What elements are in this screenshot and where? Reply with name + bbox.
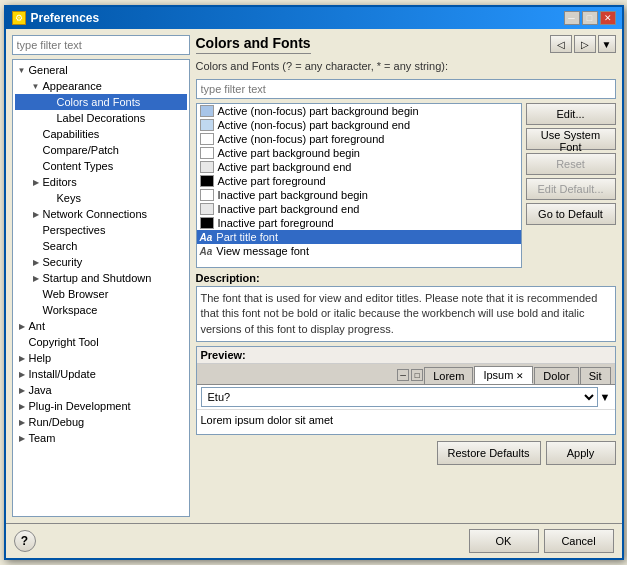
tree-expand-icon-content-types xyxy=(29,159,43,173)
tree-label-install-update: Install/Update xyxy=(29,368,96,380)
preview-tab-ipsum[interactable]: Ipsum✕ xyxy=(474,366,533,384)
tree-expand-icon-java: ▶ xyxy=(15,383,29,397)
tree-item-help[interactable]: ▶Help xyxy=(15,350,187,366)
edit-button[interactable]: Edit... xyxy=(526,103,616,125)
tree-item-plugin-development[interactable]: ▶Plug-in Development xyxy=(15,398,187,414)
preview-tab-dolor[interactable]: Dolor xyxy=(534,367,578,384)
color-item-2[interactable]: Active (non-focus) part foreground xyxy=(197,132,521,146)
tree-expand-icon-capabilities xyxy=(29,127,43,141)
preview-minimize-buttons: ─ □ xyxy=(397,369,423,381)
tree-item-java[interactable]: ▶Java xyxy=(15,382,187,398)
color-item-6[interactable]: Inactive part background begin xyxy=(197,188,521,202)
preview-tab-lorem[interactable]: Lorem xyxy=(424,367,473,384)
tree-label-appearance: Appearance xyxy=(43,80,102,92)
color-swatch-3 xyxy=(200,147,214,159)
tree-item-security[interactable]: ▶Security xyxy=(15,254,187,270)
use-system-font-button[interactable]: Use System Font xyxy=(526,128,616,150)
tree-expand-icon-help: ▶ xyxy=(15,351,29,365)
reset-button[interactable]: Reset xyxy=(526,153,616,175)
tree-expand-icon-general: ▼ xyxy=(15,63,29,77)
tree-item-ant[interactable]: ▶Ant xyxy=(15,318,187,334)
preview-tab-sit[interactable]: Sit xyxy=(580,367,611,384)
tree-expand-icon-perspectives xyxy=(29,223,43,237)
tree-label-startup-and-shutdown: Startup and Shutdown xyxy=(43,272,152,284)
tree-item-colors-and-fonts[interactable]: Colors and Fonts xyxy=(15,94,187,110)
preview-dropdown[interactable]: Etu? xyxy=(201,387,598,407)
tree-expand-icon-workspace xyxy=(29,303,43,317)
tree-item-team[interactable]: ▶Team xyxy=(15,430,187,446)
tree-item-capabilities[interactable]: Capabilities xyxy=(15,126,187,142)
tree-label-search: Search xyxy=(43,240,78,252)
tree-label-run-debug: Run/Debug xyxy=(29,416,85,428)
forward-button[interactable]: ▷ xyxy=(574,35,596,53)
tree-label-perspectives: Perspectives xyxy=(43,224,106,236)
tree-expand-icon-install-update: ▶ xyxy=(15,367,29,381)
dropdown-arrow-icon: ▼ xyxy=(600,391,611,403)
cancel-button[interactable]: Cancel xyxy=(544,529,614,553)
help-button[interactable]: ? xyxy=(14,530,36,552)
tree-item-install-update[interactable]: ▶Install/Update xyxy=(15,366,187,382)
tree-label-java: Java xyxy=(29,384,52,396)
color-item-3[interactable]: Active part background begin xyxy=(197,146,521,160)
tree-item-search[interactable]: Search xyxy=(15,238,187,254)
preview-restore-button[interactable]: □ xyxy=(411,369,423,381)
close-button[interactable]: ✕ xyxy=(600,11,616,25)
tree-item-label-decorations[interactable]: Label Decorations xyxy=(15,110,187,126)
tree-item-content-types[interactable]: Content Types xyxy=(15,158,187,174)
color-item-1[interactable]: Active (non-focus) part background end xyxy=(197,118,521,132)
tab-close-icon-1[interactable]: ✕ xyxy=(516,371,524,381)
tree-item-run-debug[interactable]: ▶Run/Debug xyxy=(15,414,187,430)
color-item-4[interactable]: Active part background end xyxy=(197,160,521,174)
tree-item-general[interactable]: ▼General xyxy=(15,62,187,78)
color-item-9[interactable]: AaPart title font xyxy=(197,230,521,244)
tree-expand-icon-security: ▶ xyxy=(29,255,43,269)
tree-item-keys[interactable]: Keys xyxy=(15,190,187,206)
tree-item-startup-and-shutdown[interactable]: ▶Startup and Shutdown xyxy=(15,270,187,286)
tree-item-network-connections[interactable]: ▶Network Connections xyxy=(15,206,187,222)
description-content: The font that is used for view and edito… xyxy=(196,286,616,342)
color-item-7[interactable]: Inactive part background end xyxy=(197,202,521,216)
tree-item-workspace[interactable]: Workspace xyxy=(15,302,187,318)
tree-label-content-types: Content Types xyxy=(43,160,114,172)
tree-expand-icon-team: ▶ xyxy=(15,431,29,445)
maximize-button[interactable]: □ xyxy=(582,11,598,25)
ok-button[interactable]: OK xyxy=(469,529,539,553)
color-item-8[interactable]: Inactive part foreground xyxy=(197,216,521,230)
tree-expand-icon-search xyxy=(29,239,43,253)
section-title: Colors and Fonts xyxy=(196,35,311,54)
tree-item-compare-patch[interactable]: Compare/Patch xyxy=(15,142,187,158)
dialog-body: ▼General▼AppearanceColors and FontsLabel… xyxy=(6,29,622,558)
color-item-label-0: Active (non-focus) part background begin xyxy=(218,105,419,117)
nav-dropdown-button[interactable]: ▼ xyxy=(598,35,616,53)
bottom-left: ? xyxy=(14,530,36,552)
go-to-default-button[interactable]: Go to Default xyxy=(526,203,616,225)
tree-item-editors[interactable]: ▶Editors xyxy=(15,174,187,190)
tree-filter-input[interactable] xyxy=(12,35,190,55)
tree-expand-icon-label-decorations xyxy=(43,111,57,125)
color-item-5[interactable]: Active part foreground xyxy=(197,174,521,188)
color-item-0[interactable]: Active (non-focus) part background begin xyxy=(197,104,521,118)
tree-label-web-browser: Web Browser xyxy=(43,288,109,300)
main-content: ▼General▼AppearanceColors and FontsLabel… xyxy=(6,29,622,523)
colors-filter-input[interactable] xyxy=(196,79,616,99)
color-swatch-5 xyxy=(200,175,214,187)
tree-item-appearance[interactable]: ▼Appearance xyxy=(15,78,187,94)
edit-default-button[interactable]: Edit Default... xyxy=(526,178,616,200)
apply-button[interactable]: Apply xyxy=(546,441,616,465)
tree-expand-icon-network-connections: ▶ xyxy=(29,207,43,221)
color-item-10[interactable]: AaView message font xyxy=(197,244,521,258)
tree-label-help: Help xyxy=(29,352,52,364)
preview-content: Lorem ipsum dolor sit amet xyxy=(197,410,615,434)
tree-label-plugin-development: Plug-in Development xyxy=(29,400,131,412)
color-item-label-5: Active part foreground xyxy=(218,175,326,187)
restore-defaults-button[interactable]: Restore Defaults xyxy=(437,441,541,465)
minimize-button[interactable]: ─ xyxy=(564,11,580,25)
color-item-label-3: Active part background begin xyxy=(218,147,360,159)
preview-minimize-button[interactable]: ─ xyxy=(397,369,409,381)
tree-label-colors-and-fonts: Colors and Fonts xyxy=(57,96,141,108)
tree-item-copyright-tool[interactable]: Copyright Tool xyxy=(15,334,187,350)
tree-item-web-browser[interactable]: Web Browser xyxy=(15,286,187,302)
color-swatch-7 xyxy=(200,203,214,215)
tree-item-perspectives[interactable]: Perspectives xyxy=(15,222,187,238)
back-button[interactable]: ◁ xyxy=(550,35,572,53)
